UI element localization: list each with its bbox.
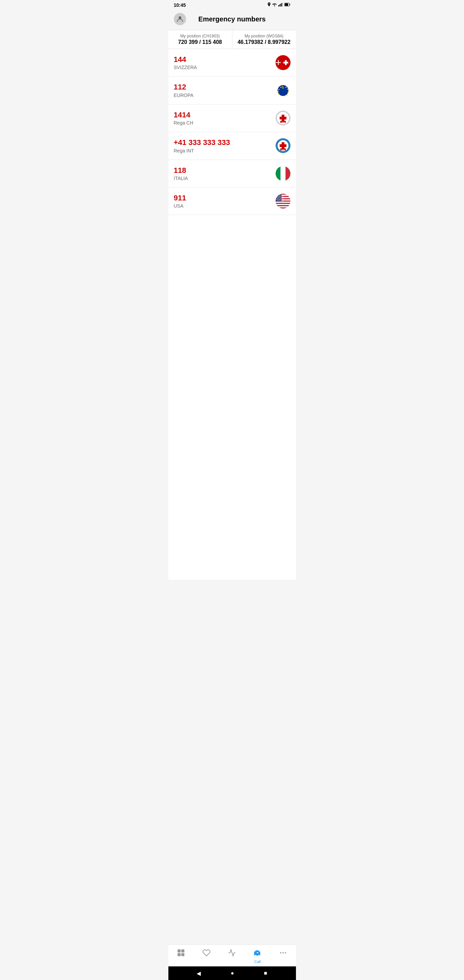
svg-rect-66 (181, 950, 184, 953)
emergency-name: Rega CH (174, 120, 275, 126)
emergency-number: +41 333 333 333 (174, 138, 275, 147)
more-icon (279, 949, 287, 959)
position-ch1903: My position (CH1903) 720 399 / 115 408 (168, 30, 232, 49)
emergency-name: USA (174, 203, 275, 208)
swiss-flag-icon (275, 55, 291, 70)
status-time: 10:45 (174, 2, 186, 8)
emergency-info: 911 USA (174, 194, 275, 208)
position-bar: My position (CH1903) 720 399 / 115 408 M… (168, 30, 296, 49)
page-title: Emergency numbers (186, 15, 278, 23)
svg-rect-67 (178, 953, 181, 956)
svg-point-9 (179, 16, 181, 19)
position-ch1903-value: 720 399 / 115 408 (172, 39, 228, 45)
svg-rect-40 (280, 166, 285, 181)
list-item[interactable]: 911 USA (168, 188, 296, 215)
emergency-number: 118 (174, 166, 275, 175)
emergency-info: 1414 Rega CH (174, 111, 275, 126)
emergency-info: 144 SVIZZERA (174, 55, 275, 70)
call-label: Call (254, 959, 261, 964)
emergency-number: 112 (174, 83, 275, 92)
grid-icon (177, 949, 185, 959)
usa-flag-icon: ★★★★★★ ★★★★★ ★★★★★★ ★★★★★ ★★★★★★ ★★★★★ (275, 194, 291, 208)
location-icon (267, 2, 271, 8)
svg-rect-56 (275, 208, 291, 208)
svg-rect-41 (285, 166, 291, 181)
eu-flag-icon (275, 83, 291, 98)
svg-rect-8 (289, 4, 290, 5)
list-item[interactable]: 112 EUROPA (168, 76, 296, 104)
position-wgs84: My position (WGS84) 46.179382 / 8.997922 (232, 30, 296, 49)
svg-rect-7 (285, 3, 288, 6)
svg-point-76 (282, 952, 284, 953)
svg-text:rega: rega (281, 149, 285, 151)
rega-int-flag-icon: rega (275, 138, 291, 153)
svg-rect-35 (280, 144, 286, 147)
svg-point-72 (258, 955, 259, 956)
svg-rect-53 (275, 204, 291, 205)
svg-rect-3 (280, 4, 281, 6)
svg-rect-39 (275, 166, 281, 181)
svg-rect-12 (283, 62, 288, 64)
list-item[interactable]: 144 SVIZZERA (168, 49, 296, 76)
nav-item-more[interactable] (270, 947, 296, 965)
nav-item-call[interactable]: Call (245, 947, 270, 965)
svg-rect-51 (275, 202, 291, 203)
emergency-name: SVIZZERA (174, 65, 275, 70)
list-item[interactable]: 1414 Rega CH rega (168, 105, 296, 132)
call-icon (253, 949, 262, 959)
svg-text:★★★★★: ★★★★★ (277, 200, 284, 202)
battery-icon (284, 3, 291, 8)
status-icons (267, 2, 291, 8)
emergency-info: 112 EUROPA (174, 83, 275, 98)
avatar[interactable] (174, 13, 186, 25)
status-bar: 10:45 (168, 0, 296, 10)
svg-point-77 (285, 952, 286, 953)
bottom-nav: Call (168, 944, 296, 966)
svg-rect-4 (281, 3, 282, 6)
emergency-name: Rega INT (174, 148, 275, 153)
svg-rect-52 (275, 203, 291, 204)
list-item[interactable]: +41 333 333 333 Rega INT rega (168, 132, 296, 159)
header: Emergency numbers (168, 10, 296, 30)
svg-rect-68 (181, 953, 184, 956)
svg-rect-54 (275, 205, 291, 206)
emergency-number: 1414 (174, 111, 275, 119)
nav-item-grid[interactable] (168, 947, 194, 965)
wifi-icon (272, 3, 277, 8)
rega-ch-flag-icon: rega (275, 111, 291, 126)
system-bar: ◀ ● ■ (168, 966, 296, 980)
emergency-number: 911 (174, 194, 275, 202)
position-ch1903-label: My position (CH1903) (172, 34, 228, 38)
position-wgs84-label: My position (WGS84) (237, 34, 292, 38)
emergency-name: ITALIA (174, 176, 275, 181)
home-button[interactable]: ● (230, 970, 234, 976)
emergency-name: EUROPA (174, 92, 275, 98)
list-item[interactable]: 118 ITALIA (168, 160, 296, 188)
svg-point-75 (280, 952, 281, 953)
svg-rect-29 (280, 117, 286, 119)
pulse-icon (228, 949, 236, 959)
recents-button[interactable]: ■ (264, 970, 267, 976)
svg-rect-2 (279, 5, 280, 6)
svg-rect-70 (256, 950, 259, 952)
heart-icon (202, 949, 211, 959)
svg-point-0 (274, 6, 275, 6)
nav-item-activity[interactable] (219, 947, 245, 965)
svg-rect-5 (282, 3, 283, 6)
position-wgs84-value: 46.179382 / 8.997922 (237, 39, 292, 45)
nav-item-favorites[interactable] (194, 947, 219, 965)
empty-area (168, 580, 296, 944)
back-button[interactable]: ◀ (197, 970, 201, 977)
emergency-info: +41 333 333 333 Rega INT (174, 138, 275, 153)
signal-icon (278, 3, 283, 8)
svg-rect-1 (278, 5, 279, 6)
italy-flag-icon (275, 166, 291, 181)
svg-rect-65 (178, 950, 181, 953)
svg-text:rega: rega (281, 121, 285, 123)
emergency-info: 118 ITALIA (174, 166, 275, 181)
emergency-number: 144 (174, 55, 275, 64)
svg-point-71 (255, 955, 256, 956)
svg-rect-74 (257, 952, 258, 953)
emergency-list: 144 SVIZZERA 112 EUROPA (168, 49, 296, 580)
